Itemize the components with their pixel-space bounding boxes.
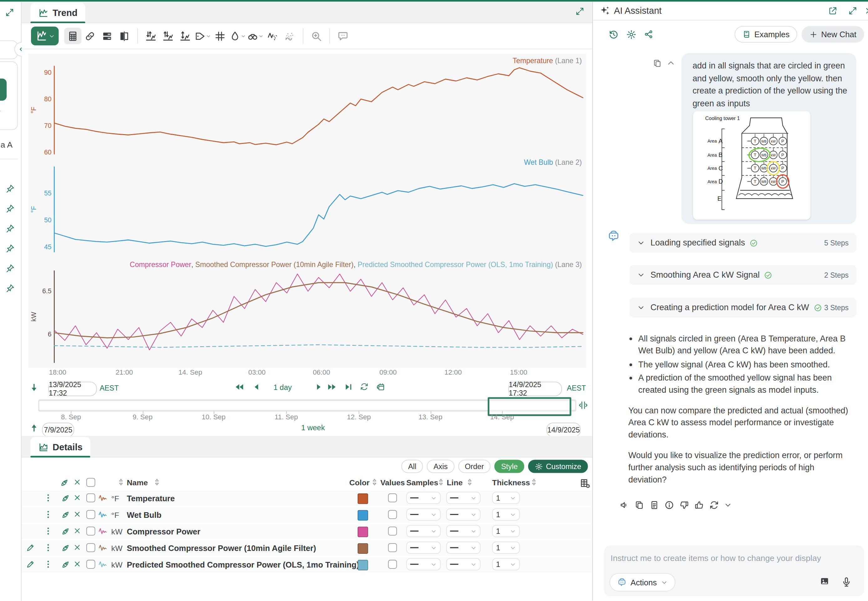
column-values[interactable]: Values [380, 478, 405, 487]
thumbs-down-icon[interactable] [679, 500, 689, 510]
zoom-in-icon[interactable] [308, 27, 325, 44]
lane-up-icon[interactable] [160, 27, 177, 44]
step-back-icon[interactable] [252, 382, 261, 392]
collapse-message-icon[interactable] [666, 59, 675, 67]
table-row[interactable]: kWPredicted Smoothed Compressor Power (O… [21, 557, 592, 573]
overview-track[interactable] [38, 399, 576, 412]
rocket-icon[interactable] [61, 560, 70, 569]
history-icon[interactable] [608, 29, 619, 40]
duration-label[interactable]: 1 day [274, 383, 292, 392]
attach-image-icon[interactable] [819, 576, 830, 587]
remove-icon[interactable] [73, 526, 82, 535]
tab-trend[interactable]: Trend [31, 3, 85, 23]
thickness-dropdown[interactable]: 1 [492, 542, 520, 554]
sort-icon[interactable] [466, 478, 474, 487]
row-checkbox[interactable] [86, 543, 95, 554]
line-dropdown[interactable] [446, 542, 481, 554]
values-checkbox[interactable] [388, 560, 397, 570]
sort-icon[interactable] [117, 478, 125, 487]
attachment-image[interactable]: Cooling tower 1AreaAAreaBAreaCAreaDETWBk… [693, 111, 810, 220]
pin-icon[interactable] [6, 184, 15, 194]
read-aloud-icon[interactable] [620, 500, 630, 510]
color-swatch[interactable] [358, 493, 368, 504]
row-checkbox[interactable] [86, 493, 95, 504]
line-dropdown[interactable] [446, 508, 481, 521]
row-checkbox[interactable] [86, 526, 95, 537]
table-row[interactable]: kWSmoothed Compressor Power (10min Agile… [21, 540, 592, 556]
signal-name[interactable]: Wet Bulb [127, 510, 162, 519]
expand-icon[interactable] [5, 8, 14, 17]
microphone-icon[interactable] [841, 576, 852, 587]
row-checkbox[interactable] [86, 510, 95, 521]
regenerate-icon[interactable] [709, 500, 719, 510]
select-all-checkbox[interactable] [86, 478, 95, 489]
rewind-icon[interactable] [235, 382, 244, 392]
step-to-end-icon[interactable] [344, 382, 353, 392]
samples-icon[interactable] [264, 27, 281, 44]
labels-icon[interactable] [194, 27, 211, 44]
dimming-icon[interactable] [229, 27, 246, 44]
thickness-dropdown[interactable]: 1 [492, 525, 520, 537]
color-swatch[interactable] [358, 510, 368, 521]
step-group[interactable]: Loading specified signals5 Steps [630, 233, 856, 253]
lane-resize-icon[interactable] [176, 27, 194, 44]
rocket-icon[interactable] [61, 526, 70, 536]
select-all-rocket-icon[interactable] [60, 478, 69, 488]
thickness-dropdown[interactable]: 1 [492, 492, 520, 504]
column-thickness[interactable]: Thickness [492, 478, 530, 487]
step-forward-icon[interactable] [314, 382, 323, 392]
values-checkbox[interactable] [388, 526, 397, 537]
calendar-copy-icon[interactable] [376, 382, 385, 392]
thickness-dropdown[interactable]: 1 [492, 558, 520, 570]
squeeze-range-icon[interactable] [578, 400, 588, 410]
info-icon[interactable] [664, 500, 674, 510]
samples-dropdown[interactable] [406, 508, 441, 521]
fast-forward-icon[interactable] [327, 382, 337, 392]
step-group[interactable]: Creating a prediction model for Area C k… [630, 298, 856, 318]
range-start-input[interactable]: 13/9/2025 17:32 [48, 382, 97, 396]
thickness-dropdown[interactable]: 1 [492, 508, 520, 521]
rocket-icon[interactable] [61, 543, 70, 552]
add-column-icon[interactable] [579, 478, 590, 489]
sort-icon[interactable] [530, 478, 538, 487]
row-menu-icon[interactable] [44, 526, 53, 535]
pin-icon[interactable] [6, 224, 15, 233]
chevron-down-icon[interactable] [637, 271, 645, 279]
compare-view-icon[interactable] [116, 27, 133, 44]
pin-icon[interactable] [6, 264, 15, 273]
edit-pencil-icon[interactable] [26, 560, 35, 569]
refresh-range-icon[interactable] [360, 382, 368, 391]
pin-icon[interactable] [6, 244, 15, 253]
uncertainty-icon[interactable] [281, 27, 298, 44]
samples-dropdown[interactable] [406, 558, 441, 570]
share-icon[interactable] [643, 29, 654, 40]
style-button[interactable]: Style [494, 460, 524, 473]
close-ai-icon[interactable] [864, 6, 868, 15]
table-row[interactable]: °FTemperature1 [21, 491, 592, 506]
customize-button[interactable]: Customize [528, 460, 588, 473]
display-type-button[interactable] [31, 27, 58, 45]
column-name[interactable]: Name [127, 478, 148, 487]
expand-ai-icon[interactable] [848, 6, 857, 15]
expand-trend-icon[interactable] [575, 6, 585, 16]
copy-response-icon[interactable] [634, 500, 644, 510]
samples-dropdown[interactable] [406, 492, 441, 504]
line-dropdown[interactable] [446, 558, 481, 570]
chevron-down-icon[interactable] [0, 107, 2, 117]
remove-all-icon[interactable] [73, 478, 82, 487]
table-row[interactable]: °FWet Bulb1 [21, 507, 592, 523]
rocket-icon[interactable] [61, 493, 70, 503]
filter-axis-button[interactable]: Axis [427, 460, 454, 473]
filter-order-button[interactable]: Order [458, 460, 491, 473]
signal-name[interactable]: Predicted Smoothed Compressor Power (OLS… [127, 560, 359, 569]
copy-message-icon[interactable] [653, 59, 662, 68]
gear-icon[interactable] [626, 29, 637, 40]
sort-icon[interactable] [370, 478, 379, 487]
edit-pencil-icon[interactable] [26, 543, 35, 552]
remove-icon[interactable] [73, 560, 82, 568]
more-actions-icon[interactable] [724, 501, 732, 509]
thumbs-up-icon[interactable] [694, 500, 704, 510]
table-grid-icon[interactable] [64, 27, 81, 44]
annotate-icon[interactable] [335, 27, 352, 44]
row-menu-icon[interactable] [44, 493, 53, 502]
